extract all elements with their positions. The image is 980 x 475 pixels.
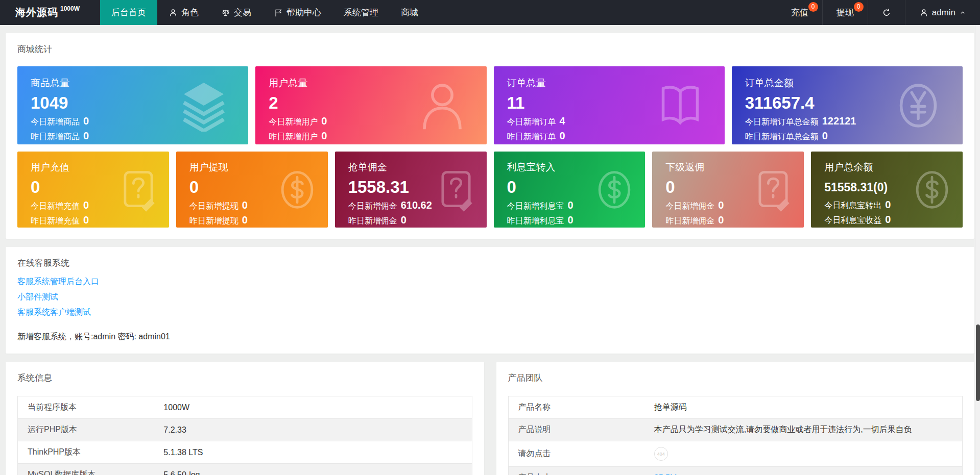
stat-card-big-1: 商品总量1049今日新增商品0昨日新增商品0 [17, 66, 248, 144]
scrollbar-thumb[interactable] [976, 324, 980, 401]
product-team-table: 产品名称抢单源码产品说明本产品只为学习测试交流,请勿要做商业或者用于违法行为,一… [508, 396, 963, 475]
service-link-3[interactable]: 客服系统客户端测试 [17, 307, 91, 318]
top-navbar: 海外源码 1000W 后台首页角色交易帮助中心系统管理商城 充值0提现0admi… [0, 0, 980, 25]
app-title: 海外源码 [15, 6, 58, 19]
notification-badge: 0 [854, 2, 864, 12]
product-team-title: 产品团队 [508, 372, 963, 384]
stats-panel: 商城统计 商品总量1049今日新增商品0昨日新增商品0用户总量2今日新增用户0昨… [6, 33, 974, 239]
product-team-value: 本产品只为学习测试交流,请勿要做商业或者用于违法行为,一切后果自负 [654, 425, 912, 434]
app-logo: 海外源码 1000W [0, 0, 100, 25]
nav-item-6[interactable]: 商城 [390, 0, 429, 25]
question-doc-icon [751, 167, 796, 212]
stat-cards-row-1: 商品总量1049今日新增商品0昨日新增商品0用户总量2今日新增用户0昨日新增用户… [17, 66, 963, 144]
nav-item-label: 帮助中心 [286, 7, 321, 18]
product-team-label: 产品大小 [508, 467, 644, 475]
system-info-label: 当前程序版本 [18, 396, 154, 419]
book-icon [654, 80, 706, 132]
card-line-yesterday: 昨日新增订单总金额0 [745, 130, 958, 142]
service-note: 新增客服系统，账号:admin 密码: admin01 [17, 332, 963, 342]
nav-right: 充值0提现0admin [777, 0, 980, 25]
system-info-title: 系统信息 [17, 372, 472, 384]
product-team-panel: 产品团队 产品名称抢单源码产品说明本产品只为学习测试交流,请勿要做商业或者用于违… [496, 362, 975, 475]
product-team-link-value[interactable]: 25.5M [654, 473, 677, 475]
card-line-yesterday: 昨日新增利息宝0 [507, 214, 640, 227]
service-panel: 在线客服系统 客服系统管理后台入口小部件测试客服系统客户端测试 新增客服系统，账… [6, 247, 974, 354]
service-links: 客服系统管理后台入口小部件测试客服系统客户端测试 [17, 277, 963, 318]
nav-item-5[interactable]: 系统管理 [332, 0, 390, 25]
person-icon [169, 8, 178, 17]
refresh-button[interactable] [868, 0, 905, 25]
system-info-row: 运行PHP版本7.2.33 [18, 419, 472, 441]
nav-item-label: 角色 [181, 7, 199, 18]
question-doc-icon [116, 167, 161, 212]
stat-card-small-5: 下级返佣0今日新增佣金0昨日新增佣金0 [652, 152, 804, 228]
product-team-label: 请勿点击 [508, 441, 644, 467]
product-team-row: 产品名称抢单源码 [508, 396, 963, 419]
stat-cards-row-2: 用户充值0今日新增充值0昨日新增充值0用户提现0今日新增提现0昨日新增提现0抢单… [17, 152, 963, 228]
nav-item-2[interactable]: 角色 [157, 0, 210, 25]
product-team-value: 抢单源码 [654, 403, 687, 411]
card-line-yesterday: 昨日新增订单0 [507, 130, 720, 142]
layers-icon [178, 80, 230, 132]
dollar-circle-icon [592, 167, 637, 212]
service-link-2[interactable]: 小部件测试 [17, 292, 58, 303]
card-line-yesterday: 昨日新增充值0 [31, 214, 164, 227]
stat-card-big-2: 用户总量2今日新增用户0昨日新增用户0 [255, 66, 486, 144]
username: admin [932, 8, 955, 18]
stat-card-big-3: 订单总量11今日新增订单4昨日新增订单0 [494, 66, 725, 144]
dollar-circle-icon [275, 167, 320, 212]
badge-404-icon[interactable]: 404 [654, 447, 668, 461]
nav-right-label: 提现 [836, 7, 854, 18]
nav-item-label: 后台首页 [111, 7, 146, 18]
nav-item-4[interactable]: 帮助中心 [262, 0, 332, 25]
card-line-yesterday: 昨日新增佣金0 [348, 214, 482, 227]
chevron-up-icon [959, 9, 966, 16]
stat-card-small-2: 用户提现0今日新增提现0昨日新增提现0 [176, 152, 328, 228]
card-line-yesterday: 昨日新增佣金0 [665, 214, 799, 227]
flag-icon [274, 8, 283, 17]
product-team-label: 产品说明 [508, 419, 644, 441]
card-line-yesterday: 今日利息宝收益0 [824, 214, 958, 226]
system-info-row: MySQL数据库版本5.6.50-log [18, 464, 472, 475]
stat-card-small-6: 用户总余额51558.31(0)今日利息宝转出0今日利息宝收益0 [811, 152, 963, 228]
card-line-yesterday: 昨日新增提现0 [189, 214, 323, 227]
nav-item-label: 商城 [401, 7, 418, 18]
system-info-label: 运行PHP版本 [18, 419, 154, 441]
nav-right-label: 充值 [791, 7, 808, 18]
nav-item-label: 系统管理 [344, 7, 378, 18]
stat-card-small-3: 抢单佣金1558.31今日新增佣金610.62昨日新增佣金0 [335, 152, 487, 228]
bottom-panels: 系统信息 当前程序版本1000W运行PHP版本7.2.33ThinkPHP版本5… [6, 362, 974, 475]
yen-circle-icon [892, 80, 944, 132]
withdraw-button[interactable]: 提现0 [822, 0, 868, 25]
system-info-label: MySQL数据库版本 [18, 464, 154, 475]
system-info-value: 7.2.33 [163, 426, 186, 434]
product-team-label: 产品名称 [508, 396, 644, 419]
system-info-value: 5.6.50-log [163, 470, 200, 475]
system-info-table: 当前程序版本1000W运行PHP版本7.2.33ThinkPHP版本5.1.38… [17, 396, 472, 475]
main-content: 商城统计 商品总量1049今日新增商品0昨日新增商品0用户总量2今日新增用户0昨… [0, 25, 980, 475]
stats-section-title: 商城统计 [17, 43, 963, 55]
page-scrollbar [975, 25, 980, 475]
service-link-1[interactable]: 客服系统管理后台入口 [17, 277, 99, 287]
user-icon [416, 80, 468, 132]
nav-item-1[interactable]: 后台首页 [100, 0, 157, 25]
person-icon [919, 8, 928, 17]
service-section-title: 在线客服系统 [17, 257, 963, 269]
nav-item-label: 交易 [234, 7, 251, 18]
system-info-label: ThinkPHP版本 [18, 441, 154, 464]
refresh-icon [882, 8, 891, 17]
dollar-circle-icon [910, 167, 954, 212]
card-line-yesterday: 昨日新增用户0 [269, 130, 481, 142]
system-info-value: 5.1.38 LTS [163, 448, 203, 457]
nav-menu: 后台首页角色交易帮助中心系统管理商城 [100, 0, 429, 25]
stat-card-small-4: 利息宝转入0今日新增利息宝0昨日新增利息宝0 [494, 152, 646, 228]
stat-card-big-4: 订单总金额311657.4今日新增订单总金额122121昨日新增订单总金额0 [732, 66, 963, 144]
system-info-row: ThinkPHP版本5.1.38 LTS [18, 441, 472, 464]
system-info-value: 1000W [163, 403, 189, 412]
product-team-row: 请勿点击404 [508, 441, 963, 467]
user-menu[interactable]: admin [905, 0, 980, 25]
recharge-button[interactable]: 充值0 [777, 0, 822, 25]
nav-item-3[interactable]: 交易 [210, 0, 262, 25]
question-doc-icon [434, 167, 479, 212]
app-version: 1000W [60, 5, 80, 12]
